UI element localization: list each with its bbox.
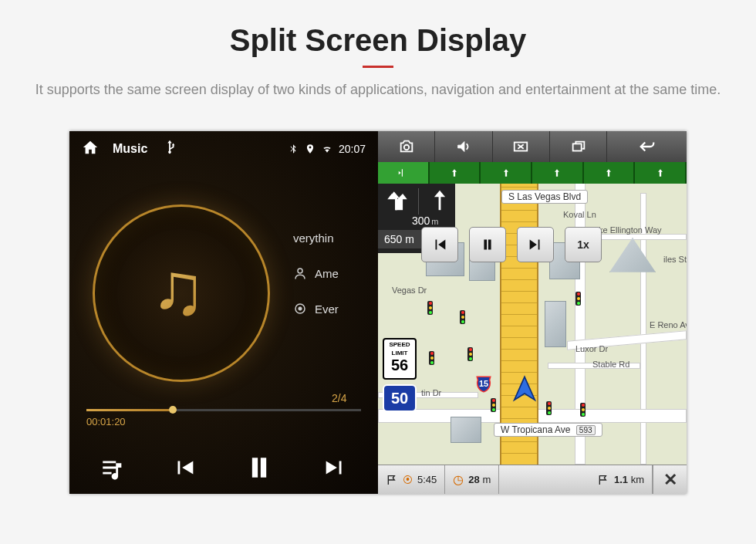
song-extra-clip: Ever	[315, 302, 339, 316]
turn-left-icon	[384, 188, 410, 215]
label-tin: tin Dr	[421, 388, 441, 397]
home-icon[interactable]	[82, 139, 99, 158]
label-koval: Koval Ln	[563, 210, 596, 219]
current-speed-badge: 50	[383, 384, 417, 412]
lane-guidance-strip	[378, 162, 687, 184]
target-icon	[293, 302, 307, 316]
close-nav-button[interactable]: ✕	[653, 465, 687, 494]
music-note-icon: ♫	[150, 247, 205, 331]
clock-icon: ◷	[453, 472, 464, 487]
lane-4	[532, 162, 584, 184]
track-counter: 2/4	[332, 392, 346, 404]
building-4	[545, 301, 566, 347]
status-icons-group: 20:07	[288, 143, 366, 155]
device-screen: Music 20:07 ♫ verythin Ame	[69, 131, 687, 494]
label-las-vegas-blvd: S Las Vegas Blvd	[501, 190, 588, 204]
label-reno: E Reno Av	[650, 320, 687, 329]
nav-toolbar	[378, 131, 687, 162]
music-progress: 00:01:20	[86, 409, 361, 427]
album-art-ring: ♫	[93, 204, 270, 382]
next-track-button[interactable]	[322, 454, 348, 484]
status-time: 20:07	[339, 143, 366, 155]
vehicle-position-icon	[509, 374, 540, 408]
svg-point-3	[403, 145, 408, 150]
windows-button[interactable]	[550, 131, 607, 162]
traffic-light-icon	[429, 351, 437, 368]
label-stable: Stable Rd	[592, 360, 629, 369]
lane-5	[584, 162, 636, 184]
camera-button[interactable]	[378, 131, 435, 162]
person-icon	[293, 266, 307, 280]
traffic-light-icon	[427, 301, 435, 318]
music-app-pane: Music 20:07 ♫ verythin Ame	[69, 131, 378, 494]
time-remaining-cell: ◷ 28 m	[445, 465, 499, 494]
sim-pause-button[interactable]	[469, 227, 506, 262]
label-luxor: Luxor Dr	[575, 344, 608, 353]
flag-icon	[386, 474, 398, 486]
sim-next-button[interactable]	[517, 227, 554, 262]
progress-fill	[86, 409, 169, 411]
turn-straight-icon	[427, 188, 453, 215]
building-pyramid	[609, 238, 656, 281]
traffic-light-icon	[491, 398, 498, 415]
traffic-light-icon	[460, 310, 467, 327]
label-tropicana: W Tropicana Ave 593	[494, 423, 602, 437]
label-giles: iles St	[663, 255, 687, 264]
progress-handle[interactable]	[169, 406, 177, 414]
traffic-light-icon	[575, 292, 583, 309]
elapsed-time: 00:01:20	[86, 416, 361, 427]
bluetooth-icon	[288, 144, 299, 154]
lane-3	[481, 162, 532, 184]
building-5	[451, 417, 481, 443]
song-metadata: verythin Ame Ever	[293, 231, 339, 337]
svg-point-2	[299, 307, 302, 311]
song-title-row: verythin	[293, 231, 339, 245]
music-controls	[69, 451, 378, 488]
svg-point-0	[298, 269, 302, 273]
title-underline	[363, 66, 393, 68]
svg-text:15: 15	[479, 379, 488, 388]
eta-cell: ⦿ 5:45	[378, 465, 445, 494]
turn-primary-distance: 300m	[412, 215, 439, 227]
page-subtitle: It supports the same screen display of t…	[31, 79, 725, 100]
cancel-button[interactable]	[493, 131, 550, 162]
progress-bar[interactable]	[86, 409, 361, 411]
nav-simulation-controls: 1x	[421, 227, 602, 262]
page-title: Split Screen Display	[31, 23, 725, 58]
highway-main	[500, 162, 538, 465]
pause-button[interactable]	[242, 451, 276, 488]
svg-rect-5	[572, 144, 581, 150]
label-vegas-dr: Vegas Dr	[392, 286, 427, 295]
traffic-light-icon	[467, 347, 475, 364]
hwy-shield-icon: 15	[474, 374, 494, 394]
nav-bottom-bar: ⦿ 5:45 ◷ 28 m 1.1 km ✕	[378, 465, 687, 494]
traffic-light-icon	[546, 401, 554, 418]
playlist-button[interactable]	[100, 454, 126, 484]
location-icon	[305, 144, 316, 154]
song-title-clip: verythin	[293, 231, 334, 245]
flag-icon	[597, 474, 609, 486]
navigation-app-pane: S Las Vegas Blvd Koval Ln Duke Ellington…	[378, 131, 687, 494]
usb-icon	[161, 139, 178, 158]
wifi-icon	[322, 144, 332, 154]
song-artist-clip: Ame	[315, 267, 339, 280]
volume-button[interactable]	[435, 131, 492, 162]
lane-1	[378, 162, 430, 184]
distance-cell: 1.1 km	[589, 465, 653, 494]
music-statusbar: Music 20:07	[69, 131, 378, 163]
music-app-title: Music	[113, 142, 147, 156]
sim-prev-button[interactable]	[421, 227, 458, 262]
prev-track-button[interactable]	[171, 454, 197, 484]
traffic-light-icon	[580, 403, 588, 420]
song-artist-row: Ame	[293, 266, 339, 280]
sim-speed-button[interactable]: 1x	[565, 227, 602, 262]
song-extra-row: Ever	[293, 302, 339, 316]
back-button[interactable]	[607, 131, 687, 162]
lane-6	[635, 162, 687, 184]
speed-limit-sign: SPEED LIMIT 56	[383, 338, 417, 380]
lane-2	[430, 162, 481, 184]
page-header: Split Screen Display It supports the sam…	[0, 0, 756, 116]
